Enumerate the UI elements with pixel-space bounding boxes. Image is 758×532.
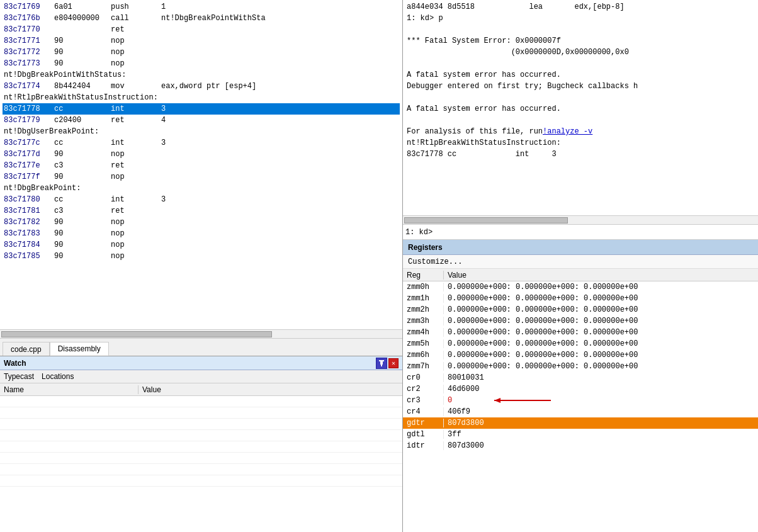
watch-table-body[interactable]	[0, 396, 402, 532]
output-scrollbar-horizontal[interactable]	[403, 215, 758, 224]
output-line: a844e034 8d5518 lea edx,[ebp-8]	[407, 1, 754, 13]
watch-table-header: Name Value	[0, 383, 402, 396]
disasm-line: 83c7177e c3 ret	[3, 160, 400, 171]
disasm-label: nt!DbgBreakPointWithStatus:	[3, 69, 400, 81]
watch-col-header-name: Name	[0, 385, 139, 394]
reg-row-idtr[interactable]: idtr 807d3000	[403, 440, 758, 451]
watch-panel: Watch ✕ Typecast Locations Nam	[0, 356, 402, 532]
watch-close-button[interactable]: ✕	[388, 358, 399, 368]
reg-row-zmm1h[interactable]: zmm1h 0.000000e+000: 0.000000e+000: 0.00…	[403, 293, 758, 304]
scrollbar-thumb[interactable]	[1, 331, 272, 337]
watch-icon-button[interactable]	[376, 358, 387, 369]
output-line	[407, 115, 754, 126]
registers-table[interactable]: Reg Value zmm0h 0.000000e+000: 0.000000e…	[403, 269, 758, 532]
registers-col-header: Reg Value	[403, 269, 758, 281]
disasm-line: 83c71783 90 nop	[3, 228, 400, 239]
reg-header-value: Value	[444, 271, 758, 280]
watch-row	[0, 441, 402, 453]
watch-locations[interactable]: Locations	[42, 372, 74, 381]
output-area[interactable]: a844e034 8d5518 lea edx,[ebp-8] 1: kd> p…	[403, 0, 758, 215]
cmd-input[interactable]	[435, 228, 755, 237]
svg-rect-2	[381, 365, 382, 366]
reg-row-zmm7h[interactable]: zmm7h 0.000000e+000: 0.000000e+000: 0.00…	[403, 361, 758, 372]
disassembly-area[interactable]: 83c71769 6a01 push 1 83c7176b e804000000…	[0, 0, 402, 329]
watch-row	[0, 430, 402, 441]
output-line	[407, 24, 754, 35]
watch-row	[0, 453, 402, 464]
disasm-label: nt!DbgBreakPoint:	[3, 183, 400, 194]
output-line: A fatal system error has occurred.	[407, 69, 754, 81]
disasm-line: 83c71771 90 nop	[3, 35, 400, 47]
cmd-input-area: 1: kd>	[403, 224, 758, 239]
disasm-line: 83c71769 6a01 push 1	[3, 1, 400, 13]
reg-row-zmm0h[interactable]: zmm0h 0.000000e+000: 0.000000e+000: 0.00…	[403, 281, 758, 293]
watch-row	[0, 419, 402, 430]
output-line: *** Fatal System Error: 0x0000007f	[407, 35, 754, 47]
output-line	[407, 92, 754, 103]
svg-marker-4	[494, 398, 501, 403]
disasm-line: 83c7177c cc int 3	[3, 137, 400, 149]
reg-row-zmm4h[interactable]: zmm4h 0.000000e+000: 0.000000e+000: 0.00…	[403, 327, 758, 338]
disasm-line: 83c71773 90 nop	[3, 58, 400, 69]
disasm-line: 83c7177d 90 nop	[3, 149, 400, 160]
reg-row-zmm5h[interactable]: zmm5h 0.000000e+000: 0.000000e+000: 0.00…	[403, 338, 758, 349]
reg-row-cr2[interactable]: cr2 46d6000	[403, 383, 758, 395]
watch-toolbar: Typecast Locations	[0, 370, 402, 383]
output-line	[407, 58, 754, 69]
output-line: (0x0000000D,0x00000000,0x0	[407, 47, 754, 58]
watch-row	[0, 464, 402, 475]
svg-rect-1	[380, 361, 383, 365]
output-line-link: For analysis of this file, run !analyze …	[407, 126, 754, 137]
output-line: 83c71778 cc int 3	[407, 149, 754, 160]
disasm-line: 83c71781 c3 ret	[3, 205, 400, 217]
output-line: nt!RtlpBreakWithStatusInstruction:	[407, 137, 754, 149]
cmd-prompt: 1: kd>	[405, 228, 433, 237]
output-line: Debugger entered on first try; Bugcheck …	[407, 81, 754, 92]
disasm-line: 83c71784 90 nop	[3, 239, 400, 251]
tab-code-cpp[interactable]: code.cpp	[3, 342, 50, 356]
reg-row-cr4[interactable]: cr4 406f9	[403, 406, 758, 417]
disasm-line: 83c71782 90 nop	[3, 217, 400, 228]
disasm-label: nt!RtlpBreakWithStatusInstruction:	[3, 92, 400, 103]
reg-row-zmm6h[interactable]: zmm6h 0.000000e+000: 0.000000e+000: 0.00…	[403, 349, 758, 361]
watch-table[interactable]: Name Value	[0, 383, 402, 532]
reg-row-zmm2h[interactable]: zmm2h 0.000000e+000: 0.000000e+000: 0.00…	[403, 304, 758, 315]
registers-title: Registers	[408, 243, 443, 252]
cr3-arrow-annotation	[482, 395, 557, 406]
output-line: A fatal system error has occurred.	[407, 103, 754, 115]
disasm-label: nt!DbgUserBreakPoint:	[3, 126, 400, 137]
watch-row	[0, 475, 402, 487]
registers-customize[interactable]: Customize...	[403, 255, 758, 269]
disasm-line: 83c71785 90 nop	[3, 251, 400, 262]
reg-row-cr3[interactable]: cr3 0	[403, 395, 758, 406]
disasm-line: 83c71779 c20400 ret 4	[3, 115, 400, 126]
watch-row	[0, 407, 402, 419]
watch-title: Watch	[4, 359, 376, 368]
disasm-line: 83c71780 cc int 3	[3, 194, 400, 205]
reg-row-cr0[interactable]: cr0 80010031	[403, 372, 758, 383]
svg-rect-0	[379, 360, 384, 361]
reg-header-reg: Reg	[403, 271, 444, 280]
disasm-scrollbar-horizontal[interactable]	[0, 329, 402, 338]
cr3-value: 0	[444, 395, 758, 406]
disasm-line: 83c71772 90 nop	[3, 47, 400, 58]
registers-panel: Registers Customize... Reg Value zmm0h 0…	[403, 239, 758, 532]
reg-row-zmm3h[interactable]: zmm3h 0.000000e+000: 0.000000e+000: 0.00…	[403, 315, 758, 327]
pin-icon	[378, 359, 385, 367]
disasm-line-selected[interactable]: 83c71778 cc int 3	[3, 103, 400, 115]
disasm-line: 83c71774 8b442404 mov eax,dword ptr [esp…	[3, 81, 400, 92]
watch-typecast[interactable]: Typecast	[4, 372, 34, 381]
disasm-line: 83c7176b e804000000 call nt!DbgBreakPoin…	[3, 13, 400, 24]
analyze-link[interactable]: !analyze -v	[543, 127, 592, 136]
watch-row	[0, 396, 402, 407]
registers-header: Registers	[403, 240, 758, 255]
output-line: 1: kd> p	[407, 13, 754, 24]
watch-header: Watch ✕	[0, 356, 402, 370]
output-scrollbar-thumb[interactable]	[404, 217, 568, 224]
reg-row-gdtl[interactable]: gdtl 3ff	[403, 429, 758, 440]
tab-disassembly[interactable]: Disassembly	[50, 342, 109, 356]
disasm-tab-bar: code.cpp Disassembly	[0, 338, 402, 356]
disasm-line: 83c71770 ret	[3, 24, 400, 35]
reg-row-gdtr[interactable]: gdtr 807d3800	[403, 417, 758, 429]
watch-col-header-value: Value	[139, 385, 402, 394]
